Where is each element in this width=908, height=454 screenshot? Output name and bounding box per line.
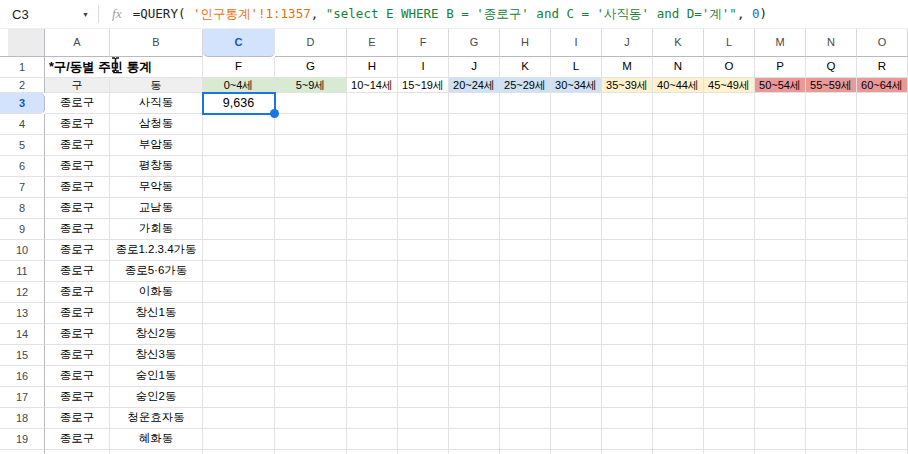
cell-N16[interactable] — [806, 366, 857, 387]
row-header-8[interactable]: 8 — [0, 198, 45, 219]
cell-J9[interactable] — [602, 219, 653, 240]
cell-B8[interactable]: 교남동 — [110, 198, 203, 219]
col-header-D[interactable]: D — [275, 29, 347, 57]
cell-L7[interactable] — [704, 177, 755, 198]
cell-B7[interactable]: 무악동 — [110, 177, 203, 198]
cell-E19[interactable] — [347, 429, 398, 450]
cell-F12[interactable] — [398, 282, 449, 303]
cell-G5[interactable] — [449, 135, 500, 156]
cell-B4[interactable]: 삼청동 — [110, 114, 203, 135]
cell-A6[interactable]: 종로구 — [45, 156, 110, 177]
cell-F7[interactable] — [398, 177, 449, 198]
name-box[interactable]: C3 ▼ — [0, 7, 98, 22]
cell-H19[interactable] — [500, 429, 551, 450]
cell-G20[interactable] — [449, 450, 500, 454]
cell-B6[interactable]: 평창동 — [110, 156, 203, 177]
cell-F4[interactable] — [398, 114, 449, 135]
cell-C6[interactable] — [203, 156, 275, 177]
cell-M2[interactable]: 50~54세 — [755, 78, 806, 93]
cell-I1[interactable]: L — [551, 57, 602, 78]
row-header-1[interactable]: 1 — [0, 57, 45, 78]
col-header-A[interactable]: A — [45, 29, 110, 57]
cell-I10[interactable] — [551, 240, 602, 261]
cell-G18[interactable] — [449, 408, 500, 429]
cell-M12[interactable] — [755, 282, 806, 303]
cell-J18[interactable] — [602, 408, 653, 429]
cell-M16[interactable] — [755, 366, 806, 387]
cell-B9[interactable]: 가회동 — [110, 219, 203, 240]
cell-F3[interactable] — [398, 93, 449, 114]
cell-C8[interactable] — [203, 198, 275, 219]
col-header-G[interactable]: G — [449, 29, 500, 57]
chevron-down-icon[interactable]: ▼ — [82, 11, 98, 18]
cell-I4[interactable] — [551, 114, 602, 135]
cell-B15[interactable]: 창신3동 — [110, 345, 203, 366]
cell-C11[interactable] — [203, 261, 275, 282]
cell-D11[interactable] — [275, 261, 347, 282]
row-header-17[interactable]: 17 — [0, 387, 45, 408]
cell-B20[interactable] — [110, 450, 203, 454]
cell-J3[interactable] — [602, 93, 653, 114]
cell-H7[interactable] — [500, 177, 551, 198]
cell-K7[interactable] — [653, 177, 704, 198]
cell-E3[interactable] — [347, 93, 398, 114]
cell-I17[interactable] — [551, 387, 602, 408]
cell-B14[interactable]: 창신2동 — [110, 324, 203, 345]
cell-G13[interactable] — [449, 303, 500, 324]
cell-J16[interactable] — [602, 366, 653, 387]
cell-H15[interactable] — [500, 345, 551, 366]
cell-K17[interactable] — [653, 387, 704, 408]
cell-F11[interactable] — [398, 261, 449, 282]
cell-J19[interactable] — [602, 429, 653, 450]
cell-O3[interactable] — [857, 93, 908, 114]
row-header-4[interactable]: 4 — [0, 114, 45, 135]
cell-N1[interactable]: Q — [806, 57, 857, 78]
cell-O7[interactable] — [857, 177, 908, 198]
cell-C15[interactable] — [203, 345, 275, 366]
cell-K20[interactable] — [653, 450, 704, 454]
row-header-12[interactable]: 12 — [0, 282, 45, 303]
cell-D8[interactable] — [275, 198, 347, 219]
cell-I15[interactable] — [551, 345, 602, 366]
cell-L13[interactable] — [704, 303, 755, 324]
cell-C3[interactable]: 9,636 — [203, 93, 275, 114]
cell-I5[interactable] — [551, 135, 602, 156]
cell-J15[interactable] — [602, 345, 653, 366]
cell-G15[interactable] — [449, 345, 500, 366]
cell-O17[interactable] — [857, 387, 908, 408]
cell-O6[interactable] — [857, 156, 908, 177]
cell-E11[interactable] — [347, 261, 398, 282]
cell-L5[interactable] — [704, 135, 755, 156]
cell-B5[interactable]: 부암동 — [110, 135, 203, 156]
cell-K11[interactable] — [653, 261, 704, 282]
cell-F13[interactable] — [398, 303, 449, 324]
cell-E7[interactable] — [347, 177, 398, 198]
cell-N11[interactable] — [806, 261, 857, 282]
cell-L12[interactable] — [704, 282, 755, 303]
cell-D3[interactable] — [275, 93, 347, 114]
cell-C5[interactable] — [203, 135, 275, 156]
cell-I2[interactable]: 30~34세 — [551, 78, 602, 93]
cell-O18[interactable] — [857, 408, 908, 429]
cell-M3[interactable] — [755, 93, 806, 114]
cell-L6[interactable] — [704, 156, 755, 177]
cell-D13[interactable] — [275, 303, 347, 324]
cell-I16[interactable] — [551, 366, 602, 387]
row-header-20[interactable] — [0, 450, 45, 454]
cell-G1[interactable]: J — [449, 57, 500, 78]
cell-E6[interactable] — [347, 156, 398, 177]
cell-M15[interactable] — [755, 345, 806, 366]
cell-A3[interactable]: 종로구 — [45, 93, 110, 114]
cell-M1[interactable]: P — [755, 57, 806, 78]
cell-K13[interactable] — [653, 303, 704, 324]
cell-L20[interactable] — [704, 450, 755, 454]
cell-I13[interactable] — [551, 303, 602, 324]
cell-J10[interactable] — [602, 240, 653, 261]
cell-K5[interactable] — [653, 135, 704, 156]
cell-C4[interactable] — [203, 114, 275, 135]
cell-D9[interactable] — [275, 219, 347, 240]
cell-A2[interactable]: 구 — [45, 78, 110, 93]
cell-E13[interactable] — [347, 303, 398, 324]
cell-H3[interactable] — [500, 93, 551, 114]
row-header-16[interactable]: 16 — [0, 366, 45, 387]
